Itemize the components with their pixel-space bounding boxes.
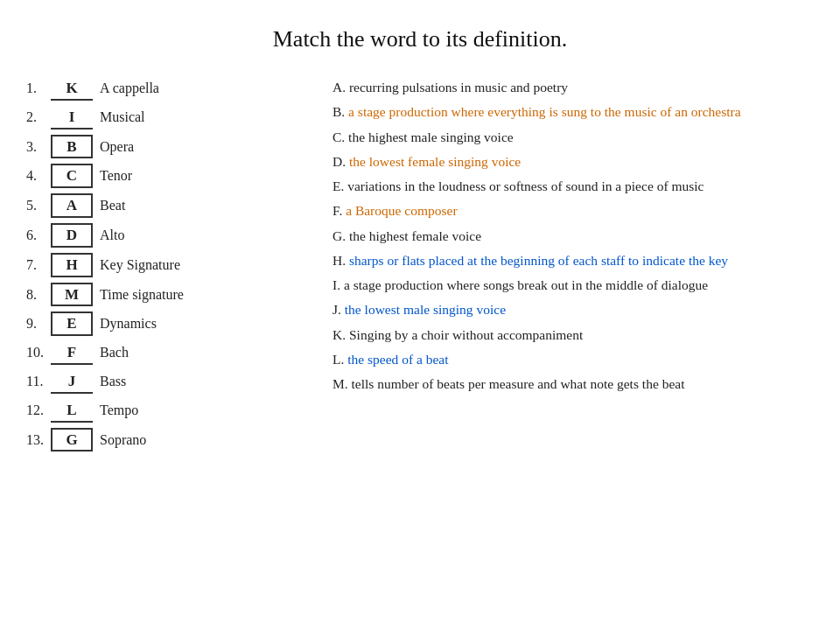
match-answer: H bbox=[51, 253, 93, 277]
match-item: 2.IMusical bbox=[26, 106, 306, 130]
match-answer: I bbox=[51, 107, 93, 130]
def-text: a stage production where everything is s… bbox=[348, 104, 741, 119]
match-word: Dynamics bbox=[100, 312, 157, 335]
match-answer: F bbox=[51, 342, 93, 365]
left-column: 1.KA cappella2.IMusical3.BOpera4.CTenor5… bbox=[26, 77, 306, 457]
def-label: I. bbox=[332, 277, 344, 292]
def-text: variations in the loudness or softness o… bbox=[347, 178, 704, 193]
def-text: a stage production where songs break out… bbox=[344, 277, 708, 292]
def-item: H. sharps or flats placed at the beginni… bbox=[332, 250, 814, 270]
def-item: F. a Baroque composer bbox=[332, 200, 814, 220]
match-word: Opera bbox=[100, 136, 134, 158]
match-word: Alto bbox=[100, 224, 124, 247]
match-number: 13. bbox=[26, 429, 51, 452]
match-number: 4. bbox=[26, 164, 51, 187]
match-number: 6. bbox=[26, 224, 51, 247]
def-item: I. a stage production where songs break … bbox=[332, 275, 814, 295]
match-word: A cappella bbox=[100, 77, 159, 100]
def-label: B. bbox=[332, 104, 348, 119]
def-item: A. recurring pulsations in music and poe… bbox=[332, 77, 814, 97]
def-text: the lowest female singing voice bbox=[349, 154, 521, 169]
match-word: Bach bbox=[100, 341, 129, 364]
match-item: 13.GSoprano bbox=[26, 428, 306, 452]
def-label: A. bbox=[332, 80, 349, 94]
def-item: J. the lowest male singing voice bbox=[332, 299, 814, 319]
def-label: E. bbox=[332, 178, 347, 193]
def-item: D. the lowest female singing voice bbox=[332, 151, 814, 172]
match-word: Musical bbox=[100, 106, 145, 129]
match-item: 5.ABeat bbox=[26, 193, 306, 218]
def-label: M. bbox=[332, 376, 352, 391]
def-item: G. the highest female voice bbox=[332, 226, 814, 246]
match-number: 9. bbox=[26, 312, 51, 335]
match-item: 8.MTime signature bbox=[26, 283, 306, 307]
match-item: 4.CTenor bbox=[26, 164, 306, 188]
match-word: Soprano bbox=[100, 429, 146, 452]
match-answer: B bbox=[51, 135, 93, 159]
def-text: tells number of beats per measure and wh… bbox=[352, 376, 685, 391]
match-number: 7. bbox=[26, 254, 51, 276]
def-label: G. bbox=[332, 228, 349, 243]
def-item: E. variations in the loudness or softnes… bbox=[332, 176, 814, 196]
def-item: M. tells number of beats per measure and… bbox=[332, 374, 814, 394]
def-item: B. a stage production where everything i… bbox=[332, 102, 814, 122]
match-word: Key Signature bbox=[100, 254, 180, 276]
def-text: recurring pulsations in music and poetry bbox=[349, 80, 568, 94]
match-number: 3. bbox=[26, 136, 51, 158]
def-label: F. bbox=[332, 203, 346, 218]
match-item: 9.EDynamics bbox=[26, 312, 306, 336]
def-text: the highest female voice bbox=[349, 228, 481, 243]
match-word: Tempo bbox=[100, 399, 138, 422]
def-label: D. bbox=[332, 154, 349, 169]
match-number: 11. bbox=[26, 370, 51, 393]
def-text: the speed of a beat bbox=[347, 352, 448, 367]
match-answer: M bbox=[51, 283, 93, 307]
def-text: sharps or flats placed at the beginning … bbox=[349, 253, 728, 268]
match-number: 2. bbox=[26, 106, 51, 129]
match-number: 12. bbox=[26, 399, 51, 422]
def-item: L. the speed of a beat bbox=[332, 349, 814, 369]
match-answer: G bbox=[51, 428, 93, 452]
match-word: Beat bbox=[100, 194, 125, 217]
def-item: C. the highest male singing voice bbox=[332, 127, 814, 147]
match-number: 8. bbox=[26, 284, 51, 306]
match-item: 12.LTempo bbox=[26, 399, 306, 423]
match-word: Time signature bbox=[100, 284, 184, 306]
right-column: A. recurring pulsations in music and poe… bbox=[332, 77, 814, 457]
match-answer: C bbox=[51, 164, 93, 188]
match-answer: D bbox=[51, 223, 93, 248]
match-item: 1.KA cappella bbox=[26, 77, 306, 101]
def-label: C. bbox=[332, 130, 348, 144]
match-word: Tenor bbox=[100, 164, 132, 187]
def-text: a Baroque composer bbox=[346, 203, 457, 218]
def-label: H. bbox=[332, 253, 349, 268]
match-answer: A bbox=[51, 193, 93, 218]
match-number: 1. bbox=[26, 77, 51, 100]
def-text: Singing by a choir without accompaniment bbox=[349, 327, 583, 342]
match-item: 3.BOpera bbox=[26, 135, 306, 159]
def-label: J. bbox=[332, 302, 345, 317]
match-word: Bass bbox=[100, 370, 126, 393]
match-number: 10. bbox=[26, 341, 51, 364]
match-item: 11.JBass bbox=[26, 370, 306, 394]
page-title: Match the word to its definition. bbox=[26, 26, 814, 52]
def-label: K. bbox=[332, 327, 349, 342]
match-item: 10.FBach bbox=[26, 341, 306, 365]
match-item: 7.HKey Signature bbox=[26, 253, 306, 277]
def-text: the lowest male singing voice bbox=[345, 302, 506, 317]
match-answer: L bbox=[51, 400, 93, 423]
def-label: L. bbox=[332, 352, 347, 367]
match-number: 5. bbox=[26, 194, 51, 217]
def-text: the highest male singing voice bbox=[348, 130, 514, 144]
match-answer: E bbox=[51, 312, 93, 336]
match-item: 6.DAlto bbox=[26, 223, 306, 248]
match-answer: J bbox=[51, 371, 93, 394]
def-item: K. Singing by a choir without accompanim… bbox=[332, 325, 814, 345]
content-area: 1.KA cappella2.IMusical3.BOpera4.CTenor5… bbox=[26, 77, 814, 457]
match-answer: K bbox=[51, 78, 93, 101]
